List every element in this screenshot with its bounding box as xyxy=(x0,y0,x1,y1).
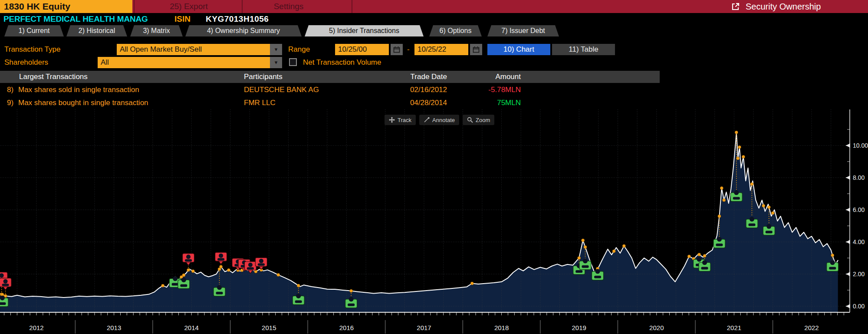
external-link-icon[interactable] xyxy=(731,2,740,13)
row-trade-date: 04/28/2014 xyxy=(382,96,447,109)
transaction-dot xyxy=(703,255,706,258)
price-area-fill xyxy=(0,132,838,312)
annotate-icon xyxy=(424,117,430,123)
transaction-dot xyxy=(350,289,353,292)
person-icon xyxy=(575,270,582,273)
transaction-type-select[interactable]: All Open Market Buy/Sell xyxy=(117,44,270,55)
person-icon xyxy=(180,284,187,287)
track-icon xyxy=(389,117,395,123)
table-row[interactable]: 9) Max shares bought in single transacti… xyxy=(0,96,660,109)
x-year-label: 2013 xyxy=(107,324,121,331)
person-icon xyxy=(766,231,773,233)
y-tick-pointer xyxy=(846,272,850,276)
transaction-dot xyxy=(723,198,726,202)
person-icon xyxy=(697,257,702,262)
person-icon xyxy=(295,300,302,303)
annotate-button[interactable]: Annotate xyxy=(419,115,459,125)
export-button[interactable]: 25) Export xyxy=(143,0,234,13)
page-title: Security Ownership xyxy=(746,0,821,13)
net-transaction-volume-checkbox[interactable] xyxy=(289,58,297,66)
calendar-icon[interactable] xyxy=(470,44,482,55)
person-icon xyxy=(0,295,5,300)
transaction-dot xyxy=(767,205,770,208)
tab-ownership-summary[interactable]: 4) Ownership Summary xyxy=(185,25,302,36)
y-tick-label: 6.00 xyxy=(853,206,865,213)
transaction-dot xyxy=(762,204,765,207)
person-icon xyxy=(594,276,601,278)
chevron-down-icon[interactable]: ▾ xyxy=(270,57,282,68)
x-year-label: 2018 xyxy=(494,324,509,331)
col-amount: Amount xyxy=(456,71,521,83)
transaction-dot xyxy=(227,268,230,271)
person-icon xyxy=(216,292,223,294)
y-tick-label: 0.00 xyxy=(853,303,865,310)
x-year-label: 2019 xyxy=(572,324,586,331)
transaction-dot xyxy=(738,146,741,149)
tab-current[interactable]: 1) Current xyxy=(4,25,64,36)
row-label: Max shares bought in single transaction xyxy=(18,96,148,109)
tab-issuer-debt[interactable]: 7) Issuer Debt xyxy=(487,25,559,36)
transaction-dot xyxy=(742,155,745,158)
chart-view-button[interactable]: 10) Chart xyxy=(487,44,550,55)
person-icon xyxy=(702,260,707,265)
transaction-type-label: Transaction Type xyxy=(4,44,60,55)
col-largest-transactions: Largest Transactions xyxy=(19,71,88,83)
person-icon xyxy=(2,284,9,286)
row-amount: -5.78MLN xyxy=(456,83,521,96)
person-icon xyxy=(0,302,6,305)
row-participant: DEUTSCHE BANK AG xyxy=(244,83,319,96)
transaction-dot xyxy=(277,273,280,276)
transaction-dot xyxy=(698,253,701,256)
calendar-icon[interactable] xyxy=(391,44,403,55)
tab-options[interactable]: 6) Options xyxy=(429,25,482,36)
person-icon xyxy=(595,269,600,274)
transaction-dot xyxy=(187,268,190,271)
range-start-input[interactable]: 10/25/00 xyxy=(335,44,389,55)
transaction-dot xyxy=(720,187,723,190)
settings-button[interactable]: Settings xyxy=(243,0,334,13)
x-year-label: 2014 xyxy=(184,324,199,331)
transaction-dot xyxy=(735,131,738,134)
range-end-input[interactable]: 10/25/22 xyxy=(414,44,468,55)
row-trade-date: 02/16/2012 xyxy=(382,83,447,96)
y-tick-pointer xyxy=(846,240,850,244)
person-icon xyxy=(258,263,265,266)
shareholders-select[interactable]: All xyxy=(98,57,270,68)
divider xyxy=(134,0,135,13)
row-participant: FMR LLC xyxy=(244,96,276,109)
price-chart: 0.002.004.006.008.0010.00201220132014201… xyxy=(0,109,868,334)
table-row[interactable]: 8) Max shares sold in single transaction… xyxy=(0,83,660,96)
y-tick-label: 8.00 xyxy=(853,174,865,181)
transaction-dot xyxy=(831,254,834,257)
x-year-label: 2020 xyxy=(649,324,664,331)
y-tick-label: 4.00 xyxy=(853,238,865,245)
transaction-dot xyxy=(218,268,221,271)
person-icon xyxy=(219,254,223,258)
shareholders-label: Shareholders xyxy=(4,57,48,68)
transaction-dot xyxy=(750,182,753,185)
zoom-button[interactable]: Zoom xyxy=(463,115,494,125)
track-button[interactable]: Track xyxy=(385,115,416,125)
tab-insider-transactions[interactable]: 5) Insider Transactions xyxy=(305,25,424,36)
table-view-button[interactable]: 11) Table xyxy=(552,44,615,55)
security-ownership-app: 1830 HK Equity 25) Export Settings Secur… xyxy=(0,0,868,334)
ticker-input[interactable]: 1830 HK Equity xyxy=(0,0,132,13)
person-icon xyxy=(217,285,222,290)
person-icon xyxy=(348,304,355,306)
transaction-dot xyxy=(584,245,587,248)
tab-matrix[interactable]: 3) Matrix xyxy=(130,25,183,36)
net-transaction-volume-label: Net Transaction Volume xyxy=(303,57,381,68)
tab-historical[interactable]: 2) Historical xyxy=(66,25,127,36)
x-year-label: 2022 xyxy=(804,324,819,331)
person-icon xyxy=(583,258,588,263)
y-tick-pointer xyxy=(846,304,850,308)
transaction-dot xyxy=(578,257,581,260)
chevron-down-icon[interactable]: ▾ xyxy=(270,44,282,55)
transaction-dot xyxy=(718,215,721,218)
isin-value: KYG7013H1056 xyxy=(206,14,269,24)
person-icon xyxy=(717,237,722,241)
person-icon xyxy=(217,258,224,261)
divider xyxy=(242,0,243,13)
col-participants: Participants xyxy=(244,71,283,83)
person-icon xyxy=(829,267,836,270)
